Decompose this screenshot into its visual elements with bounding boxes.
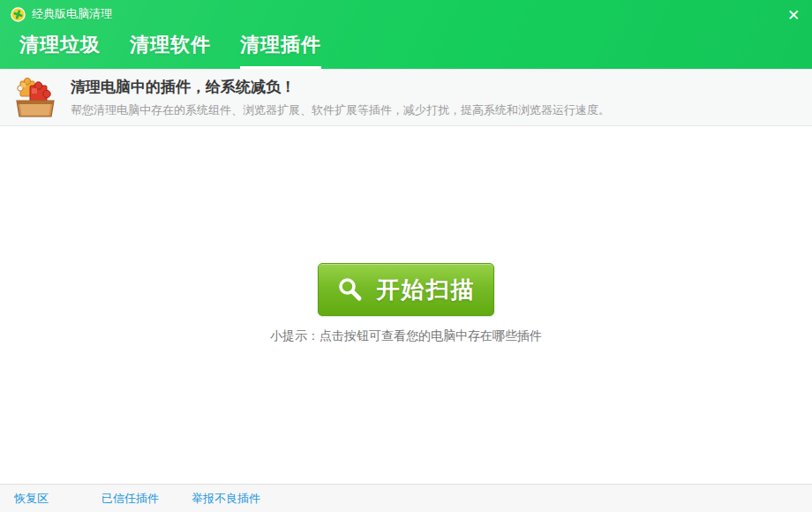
footer-link-trusted-plugins[interactable]: 已信任插件 (102, 491, 159, 507)
app-logo-icon (11, 7, 26, 22)
titlebar: 经典版电脑清理 ✕ (0, 0, 812, 28)
tab-clean-software[interactable]: 清理软件 (130, 32, 211, 69)
start-scan-button[interactable]: 开始扫描 (318, 263, 494, 316)
magnifier-icon (337, 276, 364, 303)
footer: 恢复区 已信任插件 举报不良插件 (0, 484, 812, 512)
tab-clean-plugins[interactable]: 清理插件 (240, 32, 321, 69)
tab-clean-junk[interactable]: 清理垃圾 (19, 32, 101, 69)
footer-link-report-bad-plugins[interactable]: 举报不良插件 (192, 491, 260, 507)
tab-bar: 清理垃圾 清理软件 清理插件 (19, 32, 321, 69)
footer-link-recovery-zone[interactable]: 恢复区 (14, 491, 49, 507)
banner-text: 清理电脑中的插件，给系统减负！ 帮您清理电脑中存在的系统组件、浏览器扩展、软件扩… (71, 77, 610, 118)
header: 经典版电脑清理 ✕ 清理垃圾 清理软件 清理插件 (0, 0, 812, 69)
main-content: 开始扫描 小提示：点击按钮可查看您的电脑中存在哪些插件 (0, 127, 812, 484)
tip-text: 小提示：点击按钮可查看您的电脑中存在哪些插件 (0, 328, 812, 344)
banner-subtitle: 帮您清理电脑中存在的系统组件、浏览器扩展、软件扩展等插件，减少打扰，提高系统和浏… (71, 102, 610, 118)
banner-title: 清理电脑中的插件，给系统减负！ (71, 77, 610, 97)
app-window: 经典版电脑清理 ✕ 清理垃圾 清理软件 清理插件 (0, 0, 812, 512)
start-scan-label: 开始扫描 (377, 275, 476, 305)
puzzle-box-icon (12, 74, 58, 120)
banner: 清理电脑中的插件，给系统减负！ 帮您清理电脑中存在的系统组件、浏览器扩展、软件扩… (0, 69, 812, 126)
window-title: 经典版电脑清理 (32, 6, 112, 22)
close-button[interactable]: ✕ (780, 4, 807, 26)
